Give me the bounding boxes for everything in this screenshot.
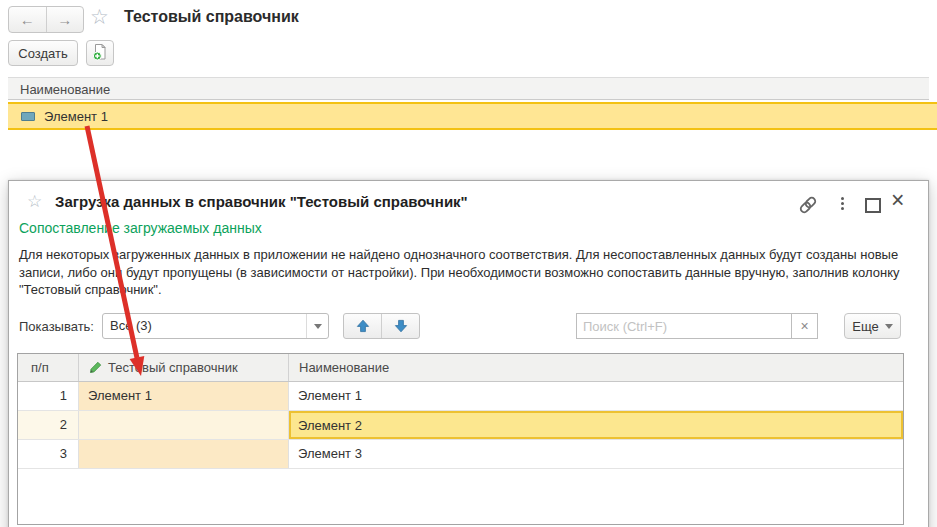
load-data-button[interactable] (86, 40, 114, 66)
arrow-up-icon (356, 319, 370, 333)
table-row[interactable]: 3 Элемент 3 (18, 440, 903, 469)
list-item-label: Элемент 1 (44, 109, 108, 124)
cell-name[interactable]: Элемент 3 (289, 440, 903, 468)
search-input[interactable] (577, 314, 791, 338)
cell-ref[interactable]: Элемент 1 (79, 382, 289, 410)
show-filter-dropdown[interactable]: Все (3) (102, 313, 329, 339)
more-button[interactable]: Еще (844, 313, 901, 339)
create-button[interactable]: Создать (8, 40, 78, 66)
column-header-ref[interactable]: Тестовый справочник (79, 354, 289, 381)
load-document-icon (91, 43, 109, 64)
maximize-icon[interactable] (865, 198, 881, 213)
chevron-down-icon (314, 324, 322, 329)
mapping-table: п/п Тестовый справочник Наименование 1 Э… (17, 353, 904, 525)
dialog-description: Для некоторых загруженных данных в прило… (19, 246, 922, 299)
edit-pencil-icon (89, 361, 102, 374)
dialog-title: Загрузка данных в справочник "Тестовый с… (55, 193, 468, 210)
cell-name[interactable]: Элемент 1 (289, 382, 903, 410)
forward-button[interactable]: → (47, 7, 84, 32)
search-box: × (576, 313, 818, 339)
close-icon[interactable]: × (891, 187, 904, 214)
move-down-button[interactable] (382, 314, 419, 338)
chevron-down-icon (885, 324, 893, 329)
favorite-star-icon[interactable]: ☆ (90, 5, 109, 29)
table-row[interactable]: 2 Элемент 2 (18, 411, 903, 440)
arrow-down-icon (394, 319, 408, 333)
selected-cell[interactable]: Элемент 2 (289, 411, 903, 439)
page-title: Тестовый справочник (124, 8, 299, 26)
back-button[interactable]: ← (9, 7, 47, 32)
search-clear-button[interactable]: × (791, 314, 817, 338)
cell-num[interactable]: 1 (18, 382, 79, 410)
column-header-num[interactable]: п/п (18, 354, 79, 381)
load-data-dialog: ☆ Загрузка данных в справочник "Тестовый… (8, 180, 929, 527)
column-header-ref-label: Тестовый справочник (108, 360, 238, 375)
cell-name-selected[interactable]: Элемент 2 (289, 411, 903, 439)
list-selected-row[interactable]: Элемент 1 (8, 102, 937, 130)
cell-ref[interactable] (79, 411, 289, 439)
more-menu-dots-icon[interactable] (841, 197, 844, 210)
forward-icon: → (57, 11, 72, 28)
catalog-element-icon (21, 112, 35, 121)
back-icon: ← (20, 11, 35, 28)
move-up-button[interactable] (344, 314, 382, 338)
more-button-label: Еще (852, 319, 878, 334)
move-buttons-group (343, 313, 420, 339)
get-link-icon[interactable] (798, 195, 818, 218)
cell-num[interactable]: 2 (18, 411, 79, 439)
dialog-favorite-star-icon[interactable]: ☆ (27, 191, 42, 212)
section-heading: Сопоставление загружаемых данных (19, 220, 262, 236)
show-filter-value: Все (3) (103, 314, 306, 338)
cell-ref[interactable] (79, 440, 289, 468)
nav-group: ← → (8, 6, 84, 33)
dropdown-button[interactable] (306, 314, 328, 338)
cell-num[interactable]: 3 (18, 440, 79, 468)
clear-x-icon: × (800, 318, 808, 334)
mapping-table-header: п/п Тестовый справочник Наименование (18, 354, 903, 382)
show-label: Показывать: (19, 319, 94, 334)
column-header-name[interactable]: Наименование (289, 354, 903, 381)
list-column-header[interactable]: Наименование (8, 77, 929, 100)
table-row[interactable]: 1 Элемент 1 Элемент 1 (18, 382, 903, 411)
